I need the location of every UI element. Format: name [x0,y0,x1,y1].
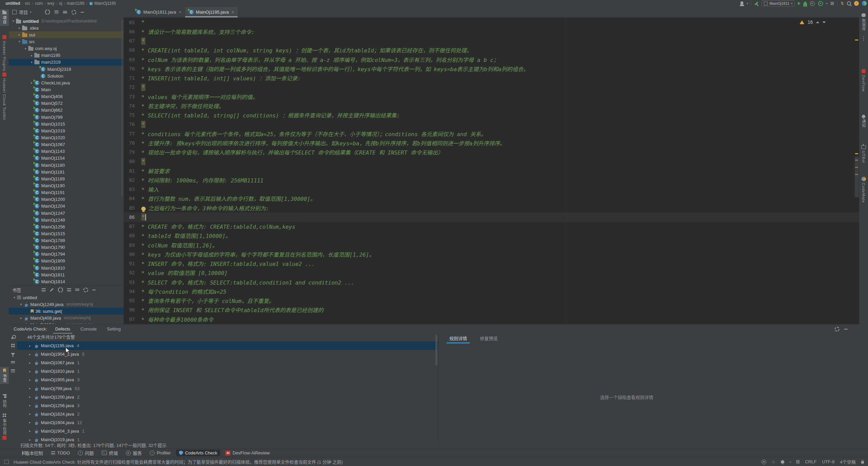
code-line-76[interactable]: 76* [124,120,859,129]
project-tree-row[interactable]: CMainOj1067 [9,141,124,148]
code-line-86[interactable]: 86* [124,212,859,222]
filter-icon[interactable] [11,353,15,355]
code-line-79[interactable]: 79* 现给出一批命令语句，请按输入顺序解析与执行，并输出每个SELECT 命令… [124,148,859,157]
stripe-item-结构[interactable]: 结构 [0,392,9,409]
stripe-item-CodeMate[interactable]: CodeMate [859,175,868,205]
code-line-96[interactable]: 96* 用例保证 INSERT 和 SELECT命令中tableId所代表的表是… [124,305,859,315]
close-tab-icon[interactable]: × [231,10,234,15]
line-number[interactable]: 94 [124,289,139,294]
defect-file-row[interactable]: ▸MainOj1905.java3 [17,375,438,384]
expand-all-icon[interactable] [54,11,59,14]
defects-scrollbar[interactable] [435,335,437,365]
code-line-68[interactable]: 68* CREATE(int tableId, int colNum, stri… [124,46,859,55]
code-text[interactable]: * [139,84,145,91]
project-tree-row[interactable]: ▸CCheckList.java [9,79,124,86]
defect-file-row[interactable]: ▸MainOj1256.java3 [17,401,438,410]
project-tree-row[interactable]: CMainOj1020 [9,134,124,141]
defect-file-row[interactable]: ▸MainOj799.java53 [17,384,438,392]
warning-mark[interactable] [855,153,858,154]
stripe-item-数据库[interactable]: 数据库 [859,12,868,33]
code-text[interactable]: * conditions 每个元素代表一个条件，格式如a=25，条件仅为等于（不… [139,130,486,138]
project-tree-row[interactable]: ▸.idea [9,25,124,31]
code-text[interactable]: * 每种命令最多10000条命令 [139,315,213,323]
code-line-84[interactable]: 84* 首行为整数 num，表示其后输入的命令行数，取值范围[1,30000]。 [124,194,859,203]
collapse-all-icon[interactable] [11,361,15,364]
code-line-77[interactable]: 77* conditions 每个元素代表一个条件，格式如a=25，条件仅为等于… [124,129,859,138]
code-line-87[interactable]: 87* CREATE 命令，格式为: CREATE:tableId,colNum… [124,222,859,231]
close-tab-icon[interactable]: × [179,10,181,15]
defect-file-row[interactable]: ▸MainOj1810.java1 [17,367,438,375]
code-line-85[interactable]: 85之后每行为一条命令，3种命令的输入格式分别为: [124,203,859,212]
tree-toggle-icon[interactable]: ▾ [18,303,24,306]
project-tree-row[interactable]: CMainOj1191 [9,189,124,196]
code-text[interactable]: * 解答要求 [139,167,170,175]
bookmark-tree-row[interactable]: ▸MainOj408.javasrc/com/wxy/oj [9,315,124,321]
line-number[interactable]: 75 [124,112,139,118]
code-text[interactable]: * 每个condition 的格式如a=25 [139,287,226,295]
project-tree-row[interactable]: CMainOj1794 [9,251,124,258]
project-tree-row[interactable]: CMainOj1810 [9,264,124,271]
project-tree-row[interactable]: CMainOj1015 [9,120,124,127]
code-line-70[interactable]: 70* keys 表示该表的主键（指的是一列或多列的组合，其值能唯一地标识表中的… [124,64,859,73]
tree-toggle-icon[interactable]: ▾ [12,296,17,299]
update-project-icon[interactable]: ⇅ [840,1,844,5]
indent-indicator[interactable]: 4个空格 [840,459,856,465]
defect-file-row[interactable]: ▸MainOj1200.java2 [17,393,438,401]
line-number[interactable]: 73 [124,94,139,99]
project-tree-row[interactable]: CMainOj1204 [9,203,124,210]
code-text[interactable]: * 用例保证 INSERT 和 SELECT命令中tableId所代表的表是已经… [139,306,323,314]
code-line-91[interactable]: 91* INSERT 命令，格式为: INSERT:tableId,value1… [124,259,859,268]
project-tree-row[interactable]: ▸main1195 [9,52,124,59]
tab-规则详情[interactable]: 规则详情 [449,333,468,343]
code-line-75[interactable]: 75* SELECT(int tableId, string[] conditi… [124,111,859,120]
tree-toggle-icon[interactable]: ▾ [23,47,28,50]
defect-file-row[interactable]: ▸MainOj1019.java1 [17,435,438,443]
code-text[interactable]: * keys 表示该表的主键（指的是一列或多列的组合，其值能唯一地标识表中的每一… [139,65,529,73]
code-line-88[interactable]: 88* tableId 取值范围[1,10000]。 [124,231,859,240]
line-number[interactable]: 87 [124,224,139,229]
project-tree-row[interactable]: CMainOj1811 [9,271,124,278]
collapse-all-icon[interactable] [63,11,67,13]
breadcrumb-item[interactable]: com [35,1,43,6]
project-tree-row[interactable]: CMainOj1143 [9,148,124,155]
tree-toggle-icon[interactable]: ▸ [27,387,33,390]
code-text[interactable]: * 请设计一个简易数据库系统，支持三个命令: [139,28,255,36]
toolwindow-button-版本控制[interactable]: 版本控制 [19,449,46,457]
code-line-94[interactable]: 94* 每个condition 的格式如a=25 [124,287,859,296]
code-line-73[interactable]: 73* values 每个元素按顺序一一对应每列的值。 [124,92,859,101]
project-tree-row[interactable]: ▸out [9,31,124,38]
project-tree-row[interactable]: CMainOj1180 [9,162,124,168]
bookmarks-panel-title[interactable]: 书签 [12,287,21,293]
code-text[interactable]: * keys 为仅由小写字母组成的字符串，每个字符都不重复且在列名范围内，长度范… [139,250,374,258]
ai-assistant-icon[interactable]: Ai [761,460,766,464]
tree-toggle-icon[interactable]: ▾ [11,19,16,23]
code-text[interactable]: * [139,121,145,128]
code-text[interactable]: * 现给出一批命令语句，请按输入顺序解析与执行，并输出每个SELECT 命令的结… [139,148,443,156]
line-number[interactable]: 89 [124,242,139,248]
toolwindow-button-TODO[interactable]: TODO [48,450,73,456]
line-number[interactable]: 78 [124,140,139,146]
editor-tab-MainOj1811.java[interactable]: CMainOj1811.java× [132,7,185,17]
line-number[interactable]: 96 [124,307,139,312]
project-tree-row[interactable]: CMainOj1181 [9,168,124,175]
project-tree-row[interactable]: CMainOj1790 [9,244,124,251]
tree-toggle-icon[interactable]: ▸ [27,421,33,424]
tab-修复预览[interactable]: 修复预览 [479,333,498,343]
code-line-97[interactable]: 97* 每种命令最多10000条命令 [124,315,859,324]
bookmarks-locate-icon[interactable] [58,287,63,292]
project-tree-row[interactable]: CMainOj1190 [9,182,124,189]
defect-file-row[interactable]: ▸MainOj1067.java1 [17,358,438,367]
build-hammer-icon[interactable] [755,2,759,5]
code-text[interactable]: * values 每个元素按顺序一一对应每列的值。 [139,93,258,101]
code-text[interactable]: * 查询条件有若干个，小于等于 colNum，且不重复。 [139,296,274,305]
breadcrumb-item[interactable]: src [25,1,30,6]
breadcrumb-item[interactable]: oj [59,1,62,6]
code-line-92[interactable]: 92* value 的取值范围 [0,10000] [124,268,859,277]
tree-toggle-icon[interactable]: ▸ [27,429,33,433]
project-settings-gear-icon[interactable] [71,10,76,15]
code-text[interactable]: * [139,158,145,165]
code-text[interactable]: * CREATE 命令，格式为: CREATE:tableId,colNum,k… [139,222,295,230]
tree-toggle-icon[interactable]: ▸ [18,316,24,320]
code-line-65[interactable]: 65* [124,18,859,27]
stripe-item-集中检视[interactable]: 集中检视 [0,412,9,437]
